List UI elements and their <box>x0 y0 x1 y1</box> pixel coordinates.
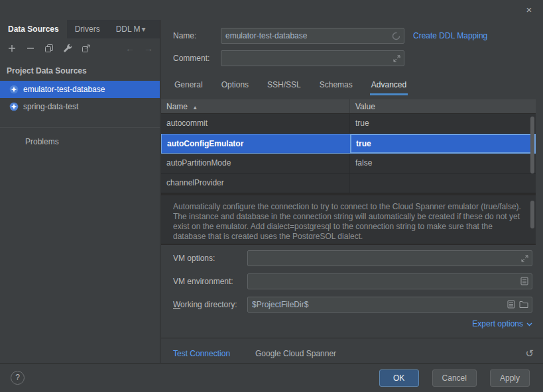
property-description-area: Automatically configure the connection t… <box>161 195 536 244</box>
name-field-wrap <box>221 28 404 44</box>
driver-name: Google Cloud Spanner <box>255 346 336 362</box>
advanced-properties-table: Name ▲ Value autocommit true autoConfigE… <box>161 99 536 193</box>
table-header: Name ▲ Value <box>161 99 536 114</box>
tab-data-sources[interactable]: Data Sources <box>0 20 67 38</box>
database-icon <box>9 102 19 112</box>
property-description: Automatically configure the connection t… <box>173 202 526 239</box>
vm-options-field-wrap <box>247 250 532 266</box>
property-value-cell <box>350 173 536 193</box>
property-value-cell: true <box>350 114 536 133</box>
data-source-label: spring-data-test <box>23 102 78 111</box>
expand-icon[interactable] <box>521 255 528 262</box>
test-connection-link[interactable]: Test Connection <box>173 346 230 362</box>
data-source-label: emulator-test-database <box>23 85 105 94</box>
close-icon: × <box>526 4 532 15</box>
working-directory-label: Working directory: <box>173 297 237 313</box>
comment-field-wrap <box>221 50 404 66</box>
ok-button[interactable]: OK <box>379 369 419 387</box>
sort-asc-icon: ▲ <box>192 105 198 111</box>
sidebar-toolbar: ← → <box>0 38 160 58</box>
folder-icon[interactable] <box>519 301 528 309</box>
table-row[interactable]: autocommit true <box>161 114 536 134</box>
name-input[interactable] <box>221 28 404 44</box>
property-name-cell: autoConfigEmulator <box>162 134 351 153</box>
question-icon: ? <box>15 373 20 382</box>
open-ddl-icon[interactable] <box>81 44 91 54</box>
comment-label: Comment: <box>173 50 210 66</box>
duplicate-button[interactable] <box>44 44 54 54</box>
vm-options-label: VM options: <box>173 250 215 266</box>
project-data-sources-title: Project Data Sources <box>0 58 160 81</box>
tab-schemas[interactable]: Schemas <box>318 77 354 95</box>
database-icon <box>9 85 19 95</box>
back-arrow-icon[interactable]: ← <box>125 43 135 54</box>
close-button[interactable]: × <box>523 4 535 16</box>
vm-environment-label: VM environment: <box>173 273 233 289</box>
vm-environment-input[interactable] <box>247 273 532 289</box>
sidebar-item-emulator-test-database[interactable]: emulator-test-database <box>0 81 160 98</box>
vm-options-input[interactable] <box>247 250 532 266</box>
divider <box>161 244 536 245</box>
create-ddl-mapping-link[interactable]: Create DDL Mapping <box>413 28 487 44</box>
remove-button[interactable] <box>25 44 35 54</box>
property-name-cell: autoPartitionMode <box>161 154 350 173</box>
cancel-button[interactable]: Cancel <box>432 369 477 387</box>
name-label: Name: <box>173 28 196 44</box>
table-row[interactable]: autoConfigEmulator true <box>161 134 536 154</box>
property-name-cell: autocommit <box>161 114 350 133</box>
forward-arrow-icon[interactable]: → <box>144 43 153 54</box>
footer: ? OK Cancel Apply <box>0 363 543 392</box>
list-icon[interactable] <box>507 300 515 309</box>
vm-environment-field-wrap <box>247 273 532 289</box>
table-scrollbar[interactable] <box>530 117 534 173</box>
loading-icon <box>392 32 400 40</box>
add-button[interactable] <box>7 44 17 54</box>
help-button[interactable]: ? <box>11 371 25 385</box>
history-nav: ← → <box>125 43 153 54</box>
list-icon[interactable] <box>520 277 528 285</box>
problems-item[interactable]: Problems <box>0 128 160 146</box>
wrench-icon[interactable] <box>62 44 72 54</box>
expert-options-link[interactable]: Expert options <box>472 319 532 328</box>
tab-ssh-ssl[interactable]: SSH/SSL <box>266 77 302 95</box>
sidebar: Data Sources Drivers DDL M ▾ <box>0 20 160 363</box>
working-directory-input[interactable] <box>247 297 532 313</box>
apply-button[interactable]: Apply <box>490 369 530 387</box>
tab-general[interactable]: General <box>173 77 204 95</box>
sidebar-tabbar: Data Sources Drivers DDL M ▾ <box>0 20 160 38</box>
table-row[interactable]: autoPartitionMode false <box>161 154 536 173</box>
title-bar: × <box>0 0 543 20</box>
chevron-down-icon[interactable]: ▾ <box>141 20 150 38</box>
chevron-down-icon <box>526 319 532 328</box>
working-directory-field-wrap <box>247 297 532 313</box>
property-value-cell: false <box>350 154 536 173</box>
comment-input[interactable] <box>221 50 404 66</box>
main-panel: Name: Create DDL Mapping Comment: Genera… <box>161 20 543 363</box>
description-scrollbar[interactable] <box>530 201 534 228</box>
sidebar-item-spring-data-test[interactable]: spring-data-test <box>0 98 160 115</box>
property-value-cell: true <box>351 134 535 153</box>
expand-icon[interactable] <box>393 55 400 62</box>
tab-ddl-mappings[interactable]: DDL M <box>108 20 141 38</box>
column-header-name[interactable]: Name ▲ <box>161 99 350 113</box>
tab-drivers[interactable]: Drivers <box>67 20 108 38</box>
revert-icon[interactable]: ↺ <box>525 346 534 362</box>
divider <box>161 338 543 338</box>
tab-advanced[interactable]: Advanced <box>370 77 408 95</box>
property-name-cell: channelProvider <box>161 173 350 193</box>
footer-buttons: OK Cancel Apply <box>379 369 530 387</box>
data-sources-dialog: × Data Sources Drivers DDL M ▾ <box>0 0 543 392</box>
settings-tabs: General Options SSH/SSL Schemas Advanced <box>173 77 408 95</box>
tab-options[interactable]: Options <box>220 77 250 95</box>
table-row[interactable]: channelProvider <box>161 173 536 193</box>
column-header-value[interactable]: Value <box>350 99 536 113</box>
